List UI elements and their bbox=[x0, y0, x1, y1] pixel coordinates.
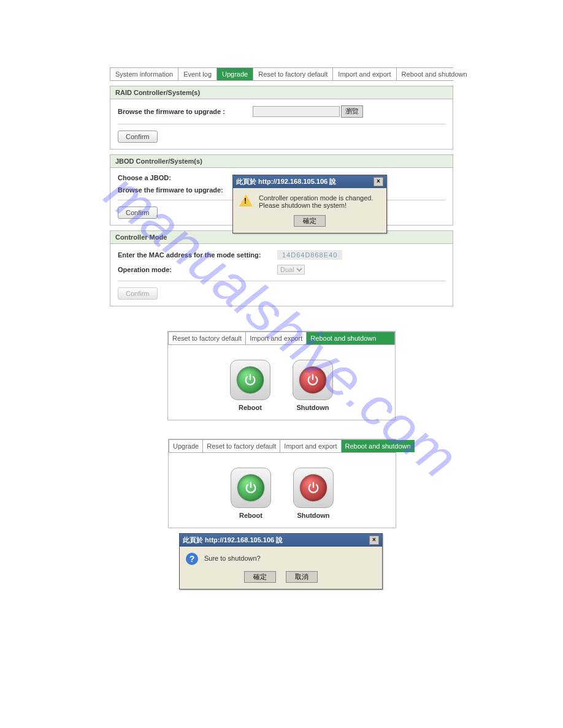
shutdown-button[interactable] bbox=[293, 468, 334, 508]
mac-value: 14D64D868E40 bbox=[277, 250, 342, 260]
divider bbox=[118, 124, 445, 124]
power-icon bbox=[237, 366, 264, 393]
power-icon bbox=[237, 474, 264, 501]
mode-changed-dialog: 此頁於 http://192.168.105.106 說 × Controlle… bbox=[232, 175, 387, 233]
reboot-button[interactable] bbox=[230, 360, 270, 400]
dialog-ok-button[interactable]: 確定 bbox=[244, 571, 276, 583]
s2-tabbar: Reset to factory default Import and expo… bbox=[168, 332, 395, 345]
reboot-shutdown-screen-confirm: Upgrade Reset to factory default Import … bbox=[168, 439, 396, 528]
dialog-message-1: Controller operation mode is changed. bbox=[259, 194, 373, 202]
dialog-ok-button[interactable]: 確定 bbox=[294, 215, 326, 227]
tab-reboot-shutdown[interactable]: Reboot and shutdown bbox=[397, 68, 472, 80]
main-tabbar: System information Event log Upgrade Res… bbox=[110, 67, 453, 81]
shutdown-label: Shutdown bbox=[296, 404, 329, 411]
dialog-message: Sure to shutdown? bbox=[204, 553, 261, 565]
controller-mode-panel: Controller Mode Enter the MAC address fo… bbox=[110, 230, 453, 306]
raid-browse-button[interactable]: 瀏覽 bbox=[341, 105, 363, 118]
tab-upgrade-3[interactable]: Upgrade bbox=[169, 440, 203, 452]
close-icon[interactable]: × bbox=[373, 177, 383, 186]
raid-panel-title: RAID Controller/System(s) bbox=[110, 86, 453, 99]
dialog-title: 此頁於 http://192.168.105.106 說 bbox=[236, 177, 336, 186]
question-icon: ? bbox=[186, 553, 198, 565]
shutdown-confirm-dialog: 此頁於 http://192.168.105.106 說 × ? Sure to… bbox=[179, 533, 383, 590]
raid-file-input[interactable] bbox=[253, 106, 340, 117]
mac-label: Enter the MAC address for the mode setti… bbox=[118, 251, 277, 259]
jbod-panel-title: JBOD Controller/System(s) bbox=[110, 155, 453, 168]
dialog-cancel-button[interactable]: 取消 bbox=[286, 571, 318, 583]
reboot-button[interactable] bbox=[231, 468, 271, 508]
reboot-label: Reboot bbox=[239, 404, 262, 411]
upgrade-screen: System information Event log Upgrade Res… bbox=[110, 67, 453, 306]
tab-import-export-3[interactable]: Import and export bbox=[280, 440, 341, 452]
raid-browse-label: Browse the firmware to upgrade : bbox=[118, 108, 253, 115]
shutdown-label: Shutdown bbox=[297, 512, 329, 519]
close-icon[interactable]: × bbox=[369, 536, 379, 545]
raid-confirm-button[interactable]: Confirm bbox=[118, 131, 158, 143]
tab-upgrade[interactable]: Upgrade bbox=[217, 68, 253, 80]
shutdown-button[interactable] bbox=[293, 360, 333, 400]
divider bbox=[118, 281, 445, 281]
power-icon bbox=[300, 474, 327, 501]
s3-tabbar: Upgrade Reset to factory default Import … bbox=[169, 439, 396, 453]
operation-mode-label: Operation mode: bbox=[118, 266, 277, 273]
tab-reset-3[interactable]: Reset to factory default bbox=[203, 440, 280, 452]
tab-reboot-shutdown-3[interactable]: Reboot and shutdown bbox=[342, 440, 415, 452]
controller-mode-confirm-button[interactable]: Confirm bbox=[118, 287, 158, 300]
operation-mode-select[interactable]: Dual bbox=[277, 265, 305, 275]
tab-event-log[interactable]: Event log bbox=[178, 68, 217, 80]
tab-import-export-2[interactable]: Import and export bbox=[246, 332, 307, 344]
warning-icon bbox=[239, 194, 253, 207]
reboot-label: Reboot bbox=[239, 512, 262, 519]
tab-import-export[interactable]: Import and export bbox=[333, 68, 396, 80]
tab-system-information[interactable]: System information bbox=[110, 68, 178, 80]
tab-reset-2[interactable]: Reset to factory default bbox=[169, 332, 246, 344]
reboot-shutdown-screen: Reset to factory default Import and expo… bbox=[167, 331, 396, 420]
tab-reboot-shutdown-2[interactable]: Reboot and shutdown bbox=[307, 332, 394, 344]
tab-reset[interactable]: Reset to factory default bbox=[253, 68, 333, 80]
raid-panel: RAID Controller/System(s) Browse the fir… bbox=[110, 86, 453, 150]
jbod-confirm-button[interactable]: Confirm bbox=[118, 207, 158, 219]
dialog-message-2: Please shutdown the system! bbox=[259, 202, 373, 209]
power-icon bbox=[299, 366, 326, 393]
dialog-title: 此頁於 http://192.168.105.106 說 bbox=[183, 536, 283, 545]
